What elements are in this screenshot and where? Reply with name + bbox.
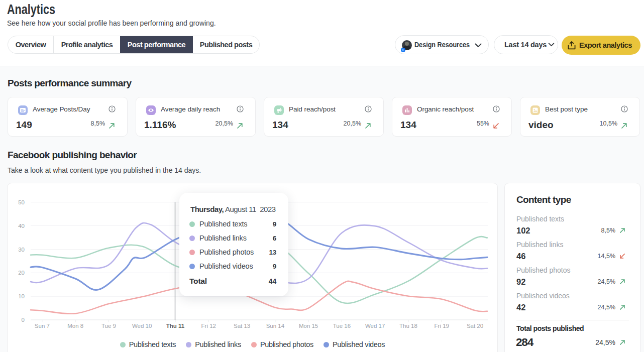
svg-text:Fri 12: Fri 12 [201, 323, 216, 329]
svg-text:Wed 17: Wed 17 [365, 323, 385, 329]
svg-text:Thu 18: Thu 18 [399, 323, 417, 329]
svg-text:0: 0 [22, 317, 25, 323]
svg-text:Thu 11: Thu 11 [166, 323, 185, 329]
svg-text:Tue 16: Tue 16 [333, 323, 351, 329]
svg-text:10: 10 [18, 293, 25, 299]
svg-text:Mon 8: Mon 8 [67, 323, 83, 329]
svg-text:Sat 20: Sat 20 [467, 323, 483, 329]
svg-text:Sun 14: Sun 14 [266, 323, 285, 329]
svg-text:40: 40 [18, 223, 25, 229]
svg-text:Sun 7: Sun 7 [35, 323, 50, 329]
svg-text:50: 50 [18, 199, 25, 205]
svg-text:Wed 10: Wed 10 [132, 323, 152, 329]
svg-text:Fri 19: Fri 19 [435, 323, 449, 329]
svg-text:Tue 9: Tue 9 [101, 323, 116, 329]
svg-text:Mon 15: Mon 15 [299, 323, 318, 329]
svg-text:Sat 13: Sat 13 [234, 323, 250, 329]
svg-text:30: 30 [18, 247, 25, 253]
svg-text:20: 20 [18, 270, 25, 276]
